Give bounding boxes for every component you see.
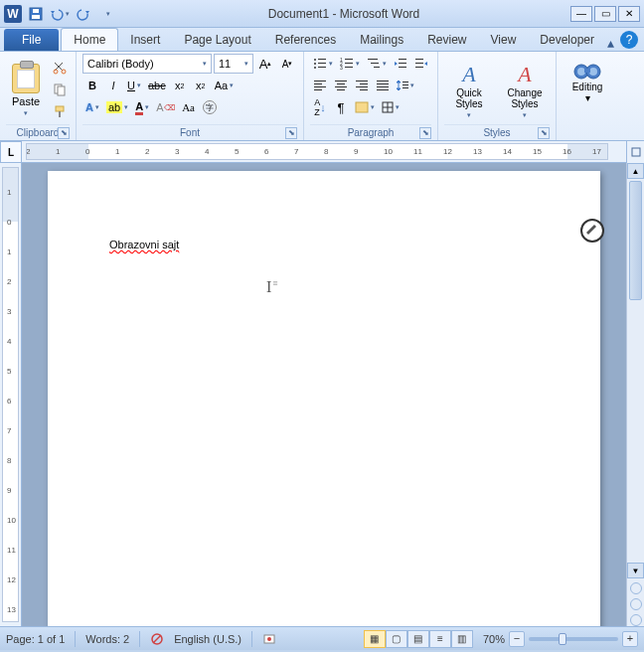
help-button[interactable]: ?	[620, 31, 638, 49]
tab-review[interactable]: Review	[415, 29, 478, 51]
font-launcher[interactable]: ⬊	[285, 127, 297, 139]
word-count[interactable]: Words: 2	[85, 633, 129, 645]
web-layout-view-button[interactable]: ▤	[407, 630, 429, 648]
zoom-slider-knob[interactable]	[559, 633, 566, 645]
decrease-indent-button[interactable]	[391, 54, 410, 74]
round-annotation-button[interactable]	[580, 219, 604, 243]
svg-point-9	[314, 59, 316, 61]
previous-page-button[interactable]	[630, 582, 642, 594]
shading-button[interactable]: ▾	[352, 97, 378, 117]
strikethrough-button[interactable]: abc	[145, 76, 169, 95]
bullets-button[interactable]: ▾	[310, 54, 336, 74]
grow-font-button[interactable]: A▴	[255, 54, 275, 74]
tab-references[interactable]: References	[263, 29, 348, 51]
font-family-select[interactable]: Calibri (Body)▾	[82, 54, 212, 74]
highlight-button[interactable]: ab▾	[103, 97, 131, 117]
save-button[interactable]	[26, 4, 46, 24]
file-tab[interactable]: File	[4, 29, 59, 51]
svg-point-56	[589, 68, 597, 76]
align-right-button[interactable]	[352, 76, 372, 95]
ruler-toggle-button[interactable]	[626, 141, 644, 163]
underline-button[interactable]: U▾	[124, 76, 144, 95]
zoom-slider[interactable]	[529, 637, 618, 641]
document-page[interactable]: Obrazovni sajt I	[48, 171, 600, 626]
change-styles-button[interactable]: A Change Styles ▾	[500, 58, 550, 120]
font-size-select[interactable]: 11▾	[214, 54, 253, 74]
zoom-value[interactable]: 70%	[483, 633, 505, 645]
proofing-icon[interactable]	[150, 632, 164, 646]
paste-button[interactable]: Paste ▾	[6, 54, 46, 124]
group-editing: Editing ▾	[557, 52, 618, 140]
paragraph-launcher[interactable]: ⬊	[419, 127, 431, 139]
character-shading-button[interactable]: Aa	[179, 97, 199, 117]
copy-button[interactable]	[50, 80, 70, 99]
change-case-button[interactable]: Aa▾	[212, 76, 237, 95]
multilevel-list-button[interactable]: ▾	[364, 54, 390, 74]
align-justify-button[interactable]	[373, 76, 393, 95]
font-color-button[interactable]: A▾	[132, 97, 152, 117]
restore-button[interactable]: ▭	[594, 6, 616, 22]
cut-button[interactable]	[50, 58, 70, 78]
show-paragraph-marks-button[interactable]: ¶	[331, 97, 351, 117]
macro-record-icon[interactable]	[262, 632, 276, 646]
print-layout-view-button[interactable]: ▦	[364, 630, 386, 648]
outline-view-button[interactable]: ≡	[429, 630, 451, 648]
tab-developer[interactable]: Developer	[528, 29, 606, 51]
tab-page-layout[interactable]: Page Layout	[172, 29, 262, 51]
svg-point-4	[62, 70, 66, 74]
svg-rect-7	[56, 106, 64, 111]
align-center-button[interactable]	[331, 76, 351, 95]
zoom-in-button[interactable]: +	[622, 631, 638, 647]
superscript-button[interactable]: x2	[191, 76, 211, 95]
tab-view[interactable]: View	[479, 29, 529, 51]
editing-button[interactable]: Editing ▾	[563, 54, 612, 124]
minimize-ribbon-button[interactable]: ▴	[607, 35, 614, 51]
sort-button[interactable]: AZ↓	[310, 97, 330, 117]
undo-button[interactable]: ▾	[50, 4, 70, 24]
svg-rect-57	[584, 69, 590, 73]
line-spacing-button[interactable]: ▾	[394, 76, 417, 95]
horizontal-ruler[interactable]: 2101234567891011121314151617	[26, 143, 608, 160]
bold-button[interactable]: B	[82, 76, 102, 95]
scroll-up-button[interactable]: ▲	[627, 163, 644, 179]
shrink-font-button[interactable]: A▾	[277, 54, 297, 74]
close-button[interactable]: ✕	[618, 6, 640, 22]
title-bar: W ▾ ▾ Document1 - Microsoft Word — ▭ ✕	[0, 0, 644, 28]
redo-button[interactable]	[74, 4, 93, 24]
quick-styles-button[interactable]: A Quick Styles ▾	[444, 58, 494, 120]
increase-indent-button[interactable]	[411, 54, 431, 74]
qat-customize-button[interactable]: ▾	[97, 4, 117, 24]
next-page-button[interactable]	[630, 614, 642, 626]
borders-button[interactable]: ▾	[379, 97, 402, 117]
draft-view-button[interactable]: ▥	[451, 630, 473, 648]
clipboard-launcher[interactable]: ⬊	[58, 127, 70, 139]
scroll-thumb[interactable]	[629, 181, 642, 300]
clear-formatting-button[interactable]: A⌫	[153, 97, 177, 117]
tab-selector[interactable]: L	[0, 141, 22, 163]
select-browse-object-button[interactable]	[630, 598, 642, 610]
scroll-down-button[interactable]: ▼	[627, 563, 644, 578]
tab-home[interactable]: Home	[61, 28, 118, 51]
font-size-value: 11	[219, 58, 231, 70]
vertical-scrollbar[interactable]: ▲ ▼	[626, 163, 644, 626]
language-status[interactable]: English (U.S.)	[174, 633, 242, 645]
italic-button[interactable]: I	[103, 76, 123, 95]
format-painter-button[interactable]	[50, 101, 70, 121]
vertical-ruler[interactable]: 1012345678910111213	[0, 163, 22, 626]
zoom-out-button[interactable]: −	[509, 631, 525, 647]
tab-mailings[interactable]: Mailings	[348, 29, 415, 51]
minimize-button[interactable]: —	[570, 6, 592, 22]
svg-rect-29	[415, 67, 423, 68]
styles-launcher[interactable]: ⬊	[538, 127, 550, 139]
subscript-button[interactable]: x2	[170, 76, 190, 95]
page-status[interactable]: Page: 1 of 1	[6, 633, 65, 645]
enclose-characters-button[interactable]: 字	[200, 97, 220, 117]
numbering-button[interactable]: 123▾	[337, 54, 363, 74]
document-text[interactable]: Obrazovni sajt	[109, 239, 179, 250]
full-screen-view-button[interactable]: ▢	[386, 630, 407, 648]
tab-insert[interactable]: Insert	[118, 29, 172, 51]
align-left-button[interactable]	[310, 76, 330, 95]
text-effects-button[interactable]: A▾	[82, 97, 102, 117]
svg-line-60	[153, 635, 161, 643]
page-viewport[interactable]: Obrazovni sajt I	[22, 163, 626, 626]
